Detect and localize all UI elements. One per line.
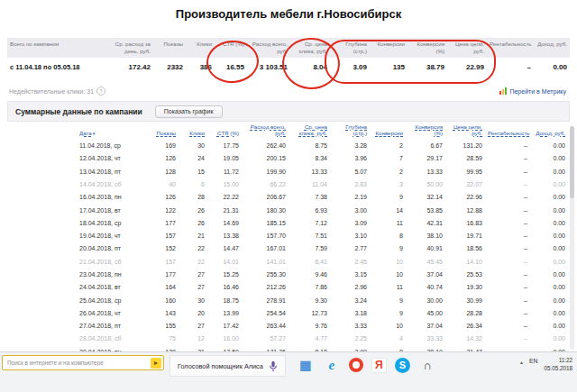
yandex-icon[interactable]: Я [371,358,387,373]
window-icon[interactable]: ▦ [297,356,315,374]
summary-column-header: Доход, руб. [534,38,570,58]
value-cell: 212.26 [242,281,288,294]
value-cell: 40.74 [406,281,445,294]
value-cell: 200.15 [242,152,288,165]
value-cell: 28.59 [445,152,485,165]
summary-column-header: Ср. цена клика, руб. [290,38,330,58]
value-cell: 14.10 [445,255,485,268]
value-cell: 30.00 [406,294,445,306]
value-cell: 53.85 [406,204,445,216]
table-row: 27.04.2018, пт1552717.42263.449.763.3310… [77,320,568,333]
value-cell: 40.91 [406,242,445,255]
summary-value-cell: 0.00 [534,58,570,76]
value-cell: 26 [179,217,207,230]
table-row: 24.04.2018, вт1642716.46212.267.862.9611… [77,281,568,294]
value-cell: 2.77 [330,242,370,255]
column-header[interactable]: CTR (%) [207,123,242,140]
summary-column-header: CTR (%) [215,38,247,58]
scrollbar-thumb[interactable] [570,126,574,198]
value-cell: 180.30 [242,204,288,216]
yandex-browser-icon[interactable] [349,358,363,372]
help-icon[interactable]: ? [96,87,105,96]
show-chart-button[interactable]: Показать график [155,105,223,118]
page-title: Производитель мебели г.Новосибирск [0,7,577,21]
column-header[interactable]: Дата▾ [77,123,144,140]
summary-column-header: Конверсия (%) [408,38,447,58]
tray-expand-icon[interactable]: ▴ [520,359,523,365]
date-cell: 30.04.2018, пн [77,345,144,351]
value-cell: 22 [179,242,207,255]
column-header[interactable]: Доход, руб. [530,123,568,140]
value-cell: 177 [144,217,179,230]
alisa-assistant-panel[interactable]: Голосовой помощник Алиса [169,355,286,377]
value-cell: 177 [144,269,179,281]
value-cell: 0.00 [530,140,568,152]
value-cell: 13.33 [288,165,330,178]
value-cell: 42.31 [406,217,445,230]
column-header[interactable]: Клики [179,123,207,140]
language-indicator[interactable]: EN [529,358,537,364]
value-cell: 13.99 [207,307,242,320]
summary-column-header: Показы [153,38,186,58]
value-cell: 10 [370,269,406,281]
value-cell: 27 [179,269,207,281]
value-cell: 11 [370,281,406,294]
column-header[interactable]: Показы [144,123,179,140]
value-cell: 199.90 [242,165,288,178]
column-header[interactable]: Конверсии [370,123,406,140]
value-cell: 28.28 [445,307,485,320]
value-cell: 16.83 [445,217,485,230]
value-cell: – [485,217,530,230]
summary-column-header: Всего по кампании [7,38,108,58]
column-header[interactable]: Ср. цена клика, руб. [288,123,330,140]
column-header[interactable]: Рентабельность [485,123,530,140]
value-cell: 12.73 [288,307,330,320]
value-cell: 38.10 [406,230,445,242]
value-cell: 66.22 [242,178,288,191]
table-row: 19.04.2018, чт1572113.38157.707.513.1083… [77,230,568,242]
summary-column-header: Клики [186,38,215,58]
summary-value-cell: 386 [186,58,215,76]
date-cell: 20.04.2018, пт [77,242,144,255]
metrica-link[interactable]: Перейти в Метрику [499,87,566,95]
value-cell: 9 [370,191,406,204]
microphone-icon[interactable] [269,360,278,372]
date-cell: 23.04.2018, пн [77,269,144,281]
value-cell: 14.32 [445,333,485,345]
value-cell: 21 [179,345,207,351]
value-cell: 14.69 [207,217,242,230]
value-cell: 15.25 [207,269,242,281]
value-cell: 7 [370,152,406,165]
internet-explorer-icon[interactable]: e [323,356,341,374]
skype-icon[interactable]: S [395,358,410,373]
column-header[interactable]: Глубина (стр.) [330,123,370,140]
table-row: 18.04.2018, ср1772614.69185.157.123.0911… [77,217,568,230]
date-cell: 26.04.2018, чт [77,307,144,320]
search-button[interactable]: ▸ [151,358,161,369]
summary-column-header: Цена цели, руб. [447,38,487,58]
value-cell: 3.10 [330,230,370,242]
value-cell: – [485,333,530,345]
taskbar: Поиск в интернете и на компьютере ▸ Голо… [0,351,577,392]
value-cell: 28 [179,191,207,204]
value-cell: 4.77 [288,333,330,345]
value-cell: 255.30 [242,269,288,281]
value-cell: 37.04 [406,269,445,281]
column-header[interactable]: Цена цели, руб. [445,123,485,140]
value-cell: 14 [370,204,406,216]
headphones-icon[interactable]: ∩ [418,356,436,374]
value-cell: 3.24 [330,294,370,306]
column-header[interactable]: Конверсия (%) [406,123,445,140]
desktop-search-input[interactable]: Поиск в интернете и на компьютере ▸ [2,355,164,370]
value-cell: – [485,204,530,216]
value-cell: – [485,230,530,242]
value-cell: 3.09 [330,217,370,230]
value-cell: 0.00 [530,165,568,178]
value-cell: 8.34 [288,152,330,165]
value-cell: 0.00 [530,230,568,242]
date-cell: 28.04.2018, сб [77,333,144,345]
value-cell: 8 [370,230,406,242]
column-header[interactable]: Расход всего, руб. [242,123,288,140]
table-scrollbar[interactable] [570,126,574,350]
value-cell: 3.00 [330,204,370,216]
